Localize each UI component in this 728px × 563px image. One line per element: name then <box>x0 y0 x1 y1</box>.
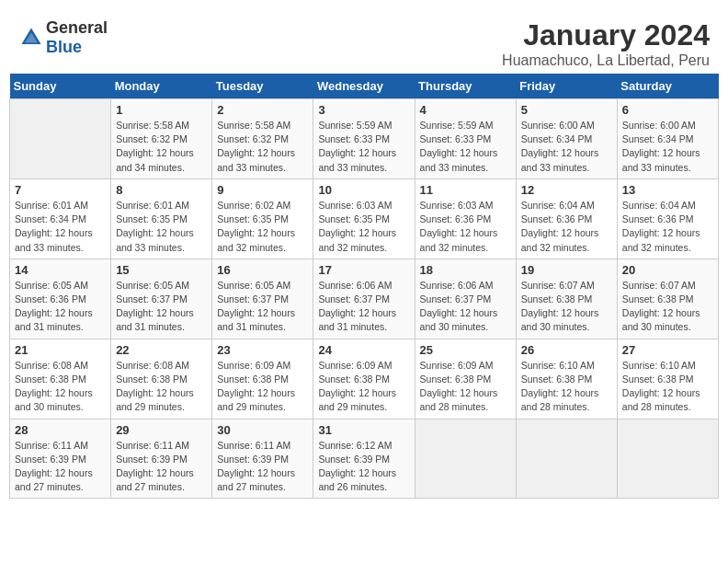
day-info: Sunrise: 6:06 AM Sunset: 6:37 PM Dayligh… <box>318 279 409 335</box>
header-cell-tuesday: Tuesday <box>212 74 313 99</box>
day-number: 16 <box>217 263 308 277</box>
week-row-3: 14Sunrise: 6:05 AM Sunset: 6:36 PM Dayli… <box>10 259 719 339</box>
day-info: Sunrise: 6:01 AM Sunset: 6:35 PM Dayligh… <box>116 199 207 255</box>
day-number: 5 <box>521 103 612 117</box>
calendar-cell: 5Sunrise: 6:00 AM Sunset: 6:34 PM Daylig… <box>516 99 617 179</box>
calendar-cell: 22Sunrise: 6:08 AM Sunset: 6:38 PM Dayli… <box>111 339 212 419</box>
day-info: Sunrise: 5:59 AM Sunset: 6:33 PM Dayligh… <box>420 119 511 175</box>
day-info: Sunrise: 5:58 AM Sunset: 6:32 PM Dayligh… <box>217 119 308 175</box>
day-info: Sunrise: 6:07 AM Sunset: 6:38 PM Dayligh… <box>521 279 612 335</box>
calendar-cell: 11Sunrise: 6:03 AM Sunset: 6:36 PM Dayli… <box>415 178 516 259</box>
day-number: 22 <box>116 343 207 357</box>
calendar-cell: 28Sunrise: 6:11 AM Sunset: 6:39 PM Dayli… <box>10 419 111 499</box>
day-info: Sunrise: 6:00 AM Sunset: 6:34 PM Dayligh… <box>521 119 612 175</box>
day-number: 17 <box>318 263 409 277</box>
calendar-cell: 30Sunrise: 6:11 AM Sunset: 6:39 PM Dayli… <box>212 419 313 499</box>
week-row-4: 21Sunrise: 6:08 AM Sunset: 6:38 PM Dayli… <box>10 339 719 419</box>
calendar-cell: 25Sunrise: 6:09 AM Sunset: 6:38 PM Dayli… <box>415 339 516 419</box>
calendar-cell: 14Sunrise: 6:05 AM Sunset: 6:36 PM Dayli… <box>10 259 111 339</box>
day-info: Sunrise: 5:58 AM Sunset: 6:32 PM Dayligh… <box>116 119 207 175</box>
day-number: 6 <box>622 103 713 117</box>
day-info: Sunrise: 6:09 AM Sunset: 6:38 PM Dayligh… <box>318 359 409 415</box>
logo-icon <box>18 25 44 51</box>
calendar-cell: 9Sunrise: 6:02 AM Sunset: 6:35 PM Daylig… <box>212 178 313 259</box>
day-info: Sunrise: 6:11 AM Sunset: 6:39 PM Dayligh… <box>116 439 207 495</box>
logo-text-blue: Blue <box>46 38 82 56</box>
day-number: 15 <box>116 263 207 277</box>
day-info: Sunrise: 6:06 AM Sunset: 6:37 PM Dayligh… <box>420 279 511 335</box>
week-row-2: 7Sunrise: 6:01 AM Sunset: 6:34 PM Daylig… <box>10 178 719 259</box>
day-number: 9 <box>217 183 308 197</box>
day-info: Sunrise: 6:05 AM Sunset: 6:37 PM Dayligh… <box>116 279 207 335</box>
calendar-cell: 26Sunrise: 6:10 AM Sunset: 6:38 PM Dayli… <box>516 339 617 419</box>
calendar-cell: 27Sunrise: 6:10 AM Sunset: 6:38 PM Dayli… <box>617 339 718 419</box>
day-number: 25 <box>420 343 511 357</box>
day-number: 27 <box>622 343 713 357</box>
day-info: Sunrise: 6:10 AM Sunset: 6:38 PM Dayligh… <box>622 359 713 415</box>
calendar-cell: 3Sunrise: 5:59 AM Sunset: 6:33 PM Daylig… <box>313 99 415 179</box>
header-cell-monday: Monday <box>111 74 212 99</box>
day-number: 18 <box>420 263 511 277</box>
day-number: 10 <box>318 183 409 197</box>
day-number: 30 <box>217 423 308 437</box>
day-info: Sunrise: 6:01 AM Sunset: 6:34 PM Dayligh… <box>15 199 106 255</box>
day-info: Sunrise: 6:12 AM Sunset: 6:39 PM Dayligh… <box>318 439 409 495</box>
logo-text-general: General <box>46 18 108 37</box>
header-cell-friday: Friday <box>516 74 617 99</box>
calendar-cell: 31Sunrise: 6:12 AM Sunset: 6:39 PM Dayli… <box>313 419 415 499</box>
day-number: 4 <box>420 103 511 117</box>
header-cell-sunday: Sunday <box>10 74 111 99</box>
calendar-cell: 21Sunrise: 6:08 AM Sunset: 6:38 PM Dayli… <box>10 339 111 419</box>
day-info: Sunrise: 6:03 AM Sunset: 6:36 PM Dayligh… <box>420 199 511 255</box>
calendar-cell: 2Sunrise: 5:58 AM Sunset: 6:32 PM Daylig… <box>212 99 313 179</box>
calendar-cell: 13Sunrise: 6:04 AM Sunset: 6:36 PM Dayli… <box>617 178 718 259</box>
day-info: Sunrise: 6:07 AM Sunset: 6:38 PM Dayligh… <box>622 279 713 335</box>
page-header: General Blue January 2024 Huamachuco, La… <box>9 9 719 74</box>
day-number: 1 <box>116 103 207 117</box>
calendar-table: SundayMondayTuesdayWednesdayThursdayFrid… <box>9 74 719 499</box>
day-info: Sunrise: 6:08 AM Sunset: 6:38 PM Dayligh… <box>15 359 106 415</box>
day-info: Sunrise: 6:04 AM Sunset: 6:36 PM Dayligh… <box>622 199 713 255</box>
day-number: 11 <box>420 183 511 197</box>
calendar-cell <box>617 419 718 499</box>
day-info: Sunrise: 6:09 AM Sunset: 6:38 PM Dayligh… <box>420 359 511 415</box>
header-cell-wednesday: Wednesday <box>313 74 415 99</box>
day-info: Sunrise: 6:11 AM Sunset: 6:39 PM Dayligh… <box>15 439 106 495</box>
page-title: January 2024 <box>502 18 710 52</box>
calendar-cell: 15Sunrise: 6:05 AM Sunset: 6:37 PM Dayli… <box>111 259 212 339</box>
calendar-cell: 23Sunrise: 6:09 AM Sunset: 6:38 PM Dayli… <box>212 339 313 419</box>
day-number: 14 <box>15 263 106 277</box>
calendar-cell: 6Sunrise: 6:00 AM Sunset: 6:34 PM Daylig… <box>617 99 718 179</box>
day-number: 3 <box>318 103 409 117</box>
week-row-5: 28Sunrise: 6:11 AM Sunset: 6:39 PM Dayli… <box>10 419 719 499</box>
calendar-cell <box>10 99 111 179</box>
calendar-cell: 1Sunrise: 5:58 AM Sunset: 6:32 PM Daylig… <box>111 99 212 179</box>
week-row-1: 1Sunrise: 5:58 AM Sunset: 6:32 PM Daylig… <box>10 99 719 179</box>
day-number: 26 <box>521 343 612 357</box>
calendar-cell: 24Sunrise: 6:09 AM Sunset: 6:38 PM Dayli… <box>313 339 415 419</box>
day-info: Sunrise: 5:59 AM Sunset: 6:33 PM Dayligh… <box>318 119 409 175</box>
calendar-cell: 29Sunrise: 6:11 AM Sunset: 6:39 PM Dayli… <box>111 419 212 499</box>
calendar-cell <box>516 419 617 499</box>
day-number: 29 <box>116 423 207 437</box>
day-info: Sunrise: 6:05 AM Sunset: 6:36 PM Dayligh… <box>15 279 106 335</box>
calendar-cell: 18Sunrise: 6:06 AM Sunset: 6:37 PM Dayli… <box>415 259 516 339</box>
calendar-cell: 8Sunrise: 6:01 AM Sunset: 6:35 PM Daylig… <box>111 178 212 259</box>
calendar-cell: 7Sunrise: 6:01 AM Sunset: 6:34 PM Daylig… <box>10 178 111 259</box>
calendar-cell: 16Sunrise: 6:05 AM Sunset: 6:37 PM Dayli… <box>212 259 313 339</box>
day-number: 31 <box>318 423 409 437</box>
day-info: Sunrise: 6:03 AM Sunset: 6:35 PM Dayligh… <box>318 199 409 255</box>
day-number: 23 <box>217 343 308 357</box>
calendar-cell: 4Sunrise: 5:59 AM Sunset: 6:33 PM Daylig… <box>415 99 516 179</box>
calendar-cell <box>415 419 516 499</box>
day-info: Sunrise: 6:00 AM Sunset: 6:34 PM Dayligh… <box>622 119 713 175</box>
day-number: 8 <box>116 183 207 197</box>
page-subtitle: Huamachuco, La Libertad, Peru <box>502 52 710 69</box>
calendar-cell: 10Sunrise: 6:03 AM Sunset: 6:35 PM Dayli… <box>313 178 415 259</box>
calendar-cell: 20Sunrise: 6:07 AM Sunset: 6:38 PM Dayli… <box>617 259 718 339</box>
day-number: 21 <box>15 343 106 357</box>
calendar-cell: 19Sunrise: 6:07 AM Sunset: 6:38 PM Dayli… <box>516 259 617 339</box>
day-info: Sunrise: 6:10 AM Sunset: 6:38 PM Dayligh… <box>521 359 612 415</box>
day-info: Sunrise: 6:08 AM Sunset: 6:38 PM Dayligh… <box>116 359 207 415</box>
calendar-cell: 17Sunrise: 6:06 AM Sunset: 6:37 PM Dayli… <box>313 259 415 339</box>
